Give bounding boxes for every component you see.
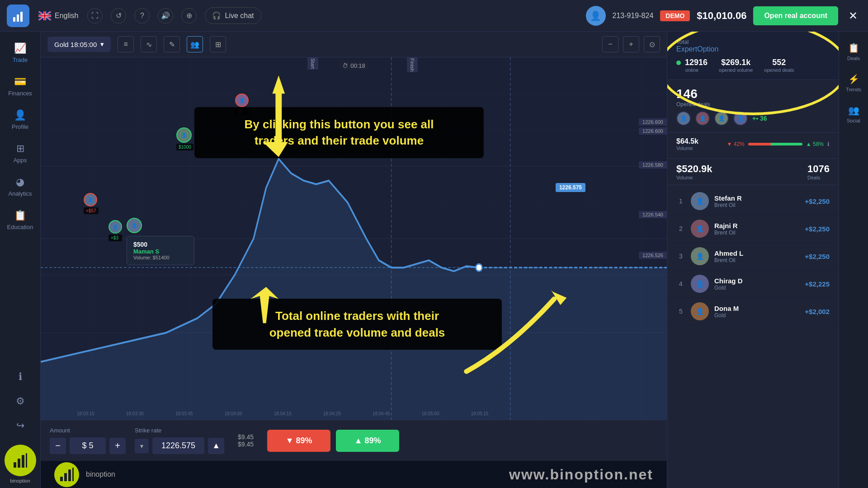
- toolbar-bars-icon[interactable]: ≡: [118, 36, 134, 52]
- amount-decrease-button[interactable]: −: [50, 438, 66, 454]
- sidebar-item-finances[interactable]: 💳 Finances: [0, 70, 40, 103]
- avatar-2: 👤: [691, 220, 709, 238]
- stats-numbers: 12916 online $269.1k opened volume 552 o…: [676, 58, 830, 73]
- trader-popup-maman: 👤 $500 Maman S Volume: $51400: [127, 218, 142, 236]
- maman-avatar: 👤: [127, 218, 142, 233]
- total-volume-section: $520.9k Volume 1076 Deals: [667, 159, 839, 185]
- deals-info: 146 Opened deals: [676, 87, 710, 108]
- volume-icon[interactable]: 🔊: [158, 8, 173, 23]
- far-right-deals[interactable]: 📋 Deals: [839, 36, 868, 67]
- leader-item-5: 5 👤 Dona M Gold +$2,002: [667, 298, 839, 325]
- main-layout: 📈 Trade 💳 Finances 👤 Profile ⊞ Apps ◕ An…: [0, 32, 868, 488]
- zoom-in-button[interactable]: +: [623, 36, 639, 52]
- profile-icon: 👤: [14, 109, 26, 121]
- strike-dropdown[interactable]: ▾: [135, 439, 149, 453]
- svg-rect-4: [14, 462, 16, 468]
- sidebar-item-trade[interactable]: 📈 Trade: [0, 36, 40, 70]
- toolbar-pencil-icon[interactable]: ✎: [164, 36, 180, 52]
- settings-ring-icon[interactable]: ⊕: [181, 8, 197, 23]
- volume-section: $64.5k Volume ▼ 42% ▲ 58% ℹ: [667, 133, 839, 159]
- leader-name-1: Stefan R: [714, 194, 799, 202]
- volume-value: $64.5k: [676, 137, 698, 145]
- amount-increase-button[interactable]: +: [109, 438, 126, 454]
- stat-online-value: 12916: [676, 58, 708, 67]
- toolbar-traders-icon[interactable]: 👥: [187, 36, 203, 52]
- asset-selector[interactable]: Gold 18:05:00 ▾: [47, 37, 111, 52]
- leader-asset-4: Gold: [714, 285, 799, 291]
- price-label-4: 1226.540: [639, 211, 667, 218]
- volume-progress-bar: [748, 143, 802, 145]
- price-label-2: 1226.600: [639, 127, 667, 135]
- crosshair-button[interactable]: ⊙: [644, 36, 660, 52]
- toolbar-grid-icon[interactable]: ⊞: [210, 36, 226, 52]
- leader-asset-1: Brent Oil: [714, 202, 799, 208]
- maman-popup-box: $500 Maman S Volume: $51400: [127, 236, 194, 265]
- left-sidebar: 📈 Trade 💳 Finances 👤 Profile ⊞ Apps ◕ An…: [0, 32, 41, 488]
- far-right-social[interactable]: 👥 Social: [839, 99, 868, 130]
- demo-badge: DEMO: [660, 10, 690, 21]
- strike-section: Strike rate ▾ 1226.575 ▲: [135, 427, 224, 454]
- leader-item-4: 4 👤 Chirag D Gold +$2,225: [667, 270, 839, 298]
- leader-info-4: Chirag D Gold: [714, 277, 799, 291]
- far-right-social-label: Social: [847, 118, 860, 123]
- sell-button[interactable]: ▼ 89%: [267, 430, 330, 452]
- deals-count: 146: [676, 87, 698, 101]
- tv-label: Volume: [676, 175, 712, 180]
- trends-icon: ⚡: [848, 74, 859, 84]
- far-right-trends[interactable]: ⚡ Trends: [839, 67, 868, 99]
- close-button[interactable]: ✕: [845, 6, 861, 26]
- price-left: $9.45 $9.45: [238, 433, 254, 448]
- leader-info-3: Ahmed L Brent Oil: [714, 249, 799, 263]
- price-label-5: 1226.526: [639, 252, 667, 259]
- trader-marker-3: 👤 $1000: [176, 127, 193, 150]
- sidebar-item-logout[interactable]: ↪: [0, 413, 40, 438]
- stat-online: 12916 online: [676, 58, 708, 73]
- trader-marker-1: 👤 +$57: [84, 193, 99, 214]
- toolbar-wave-icon[interactable]: ∿: [141, 36, 157, 52]
- asset-name: Gold 18:05:00: [54, 41, 97, 48]
- sidebar-item-apps[interactable]: ⊞ Apps: [0, 136, 40, 170]
- language-selector[interactable]: English: [38, 11, 78, 20]
- deal-avatar-3: 👤: [714, 111, 729, 126]
- live-chat-button[interactable]: 🎧 Live chat: [205, 7, 261, 24]
- rank-3: 3: [676, 253, 685, 260]
- trader-label-3: $1000: [176, 144, 193, 150]
- leader-asset-2: Brent Oil: [714, 230, 799, 236]
- sidebar-label-trade: Trade: [13, 56, 28, 63]
- deals-plus-count: +▪ 36: [752, 115, 767, 122]
- sidebar-item-education[interactable]: 📋 Education: [0, 203, 40, 237]
- volume-percentages: ▼ 42% ▲ 58% ℹ: [727, 141, 830, 147]
- sidebar-item-profile[interactable]: 👤 Profile: [0, 103, 40, 136]
- stat-online-label: online: [676, 67, 708, 73]
- leader-asset-3: Brent Oil: [714, 257, 799, 263]
- online-dot: [676, 61, 681, 65]
- expert-option-label: ExpertOption: [676, 45, 718, 53]
- buy-button[interactable]: ▲ 89%: [336, 430, 399, 452]
- sidebar-item-analytics[interactable]: ◕ Analytics: [0, 170, 40, 203]
- sidebar-item-help[interactable]: ℹ: [0, 365, 40, 389]
- header-icons: ⛶ ↺ ? 🔊 ⊕ 🎧 Live chat: [87, 7, 261, 24]
- sidebar-item-settings[interactable]: ⚙: [0, 389, 40, 413]
- fullscreen-icon[interactable]: ⛶: [87, 8, 103, 23]
- leader-info-5: Dona M Gold: [714, 305, 799, 319]
- balance-display: $10,010.06: [697, 10, 746, 22]
- trader-avatar-4: 👤: [235, 94, 249, 107]
- open-account-button[interactable]: Open real account: [753, 6, 838, 25]
- time-4: 18:04:00: [225, 411, 242, 416]
- analytics-icon: ◕: [16, 176, 24, 188]
- strike-up-button[interactable]: ▲: [208, 438, 224, 454]
- opened-deals-section: 146 Opened deals 👤 👤 👤 👤 +▪ 36: [667, 80, 839, 133]
- refresh-icon[interactable]: ↺: [111, 8, 126, 23]
- timer-icon: ⏱: [342, 62, 348, 69]
- help-icon[interactable]: ?: [134, 8, 150, 23]
- leader-profit-2: +$2,250: [805, 225, 830, 233]
- zoom-out-button[interactable]: −: [602, 36, 618, 52]
- svg-rect-7: [26, 453, 27, 468]
- time-1: 18:03:15: [77, 411, 94, 416]
- chart-area: ⏱ 00:18 Start Finish: [41, 57, 667, 420]
- logo: [7, 5, 29, 27]
- maman-volume: Volume: $51400: [133, 255, 188, 260]
- leader-asset-5: Gold: [714, 312, 799, 319]
- dropdown-arrow-icon: ▾: [100, 40, 104, 48]
- tv-deals-label: Deals: [807, 175, 830, 180]
